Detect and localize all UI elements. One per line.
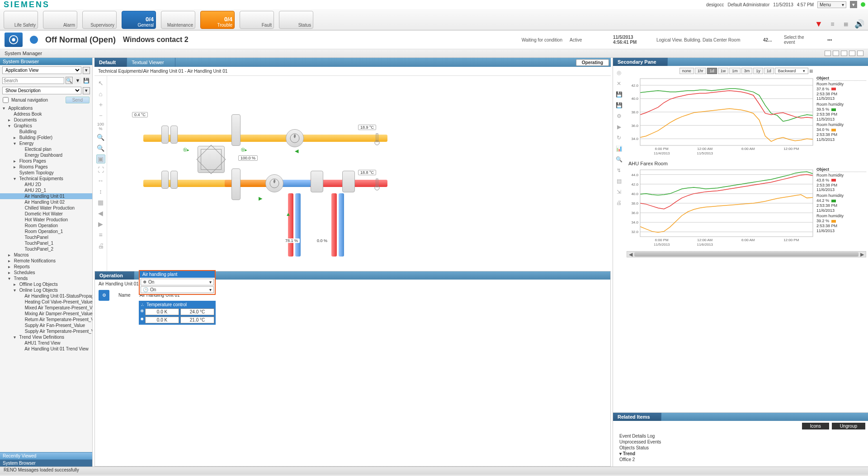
chart-icon[interactable]: 📊 (615, 145, 623, 153)
description-select[interactable]: Show Description (2, 87, 81, 94)
fullscreen-icon[interactable]: ⛶ (96, 165, 105, 174)
tab-operation[interactable]: Operation (95, 271, 134, 280)
tree-node[interactable]: Address Book (0, 111, 92, 117)
category-trouble[interactable]: 0/4Trouble (200, 11, 235, 29)
select-event-label[interactable]: Select theevent (784, 35, 820, 45)
scroll-left-icon[interactable]: ◀ (628, 252, 633, 257)
related-item[interactable]: ▾ Trend (619, 451, 862, 457)
layout-icon[interactable]: ▦ (841, 19, 851, 29)
tree-node[interactable]: Air Handling Unit 01-StatusPropagation (0, 293, 92, 299)
nav-tree[interactable]: Applications Address Book Documents Grap… (0, 104, 92, 452)
tab-default[interactable]: Default (94, 58, 127, 67)
tree-node[interactable]: Offline Log Objects (0, 281, 92, 287)
temperature-control-panel[interactable]: ⛬Temperature control ❄ 0.0 K 24.0 °C ✸ 0… (139, 301, 216, 325)
category-fault[interactable]: Fault (240, 11, 274, 29)
tree-node[interactable]: Energy (0, 140, 92, 146)
tree-node[interactable]: System Topology (0, 170, 92, 176)
tree-node[interactable]: Mixed Air Temperature-Present_Value (0, 305, 92, 311)
zoom-fit-icon[interactable]: 🔍 (96, 133, 105, 142)
tree-node[interactable]: Supply Air Fan-Present_Value (0, 322, 92, 328)
search-icon[interactable]: 🔍 (66, 77, 73, 84)
desc-expand-icon[interactable]: ▾ (83, 87, 90, 94)
target-icon[interactable]: ◎ (615, 69, 623, 77)
tree-node[interactable]: Room Operation_1 (0, 229, 92, 234)
hvac-diagram[interactable]: 0.4 °C 18.9 °C 18.8 °C 100.0 % 78.1 % 0.… (107, 76, 611, 271)
category-maintenance[interactable]: Maintenance (161, 11, 195, 29)
tree-node[interactable]: Air Handling Unit 02 (0, 199, 92, 205)
tab-textual-viewer[interactable]: Textual Viewer (127, 58, 175, 67)
tree-node[interactable]: Schedules (0, 270, 92, 275)
time-filter-1m[interactable]: 1m (729, 68, 741, 74)
tree-node[interactable]: Hot Water Production (0, 217, 92, 223)
category-status[interactable]: Status (279, 11, 313, 29)
send-button[interactable]: Send (66, 97, 90, 103)
time-filter-1hr[interactable]: 1hr (695, 68, 706, 74)
category-supervisory[interactable]: Supervisory (82, 11, 117, 29)
list-icon[interactable]: ≣ (827, 19, 837, 29)
filter-tree-icon[interactable]: ▼ (74, 77, 81, 84)
zoom-in-icon[interactable]: 🔍 (615, 155, 623, 163)
print-icon[interactable]: 🖨 (615, 199, 623, 207)
air-handling-plant-panel[interactable]: Air handling plant ❄On▾ 🕒On▾ (139, 270, 216, 295)
view-select[interactable]: Application View (2, 66, 81, 74)
tree-node[interactable]: Electical plan (0, 146, 92, 152)
nav-right-icon[interactable]: ▶ (96, 219, 105, 229)
related-item[interactable]: Event Details Log (619, 433, 862, 439)
tree-node[interactable]: Energy Dashboard (0, 152, 92, 158)
tree-node[interactable]: Air Handling Unit 01 (0, 193, 92, 199)
tree-node[interactable]: TouchPanel_1 (0, 240, 92, 246)
tree-node[interactable]: Heating Coil Valve-Present_Value (0, 299, 92, 305)
print-icon[interactable]: 🖨 (96, 241, 105, 250)
tree-node[interactable]: Air Handling Unit 01 Trend View (0, 346, 92, 352)
tab-system-browser[interactable]: System Browser (0, 459, 92, 467)
related-item[interactable]: Office 2 (619, 457, 862, 462)
return-fan[interactable] (286, 129, 304, 147)
close-icon[interactable]: ✕ (615, 79, 623, 88)
icons-button[interactable]: Icons (802, 423, 829, 429)
fit-width-icon[interactable]: ↔ (96, 176, 105, 185)
save-as-icon[interactable]: 💾 (615, 101, 623, 109)
tree-node[interactable]: Chilled Water Production (0, 205, 92, 211)
tree-node[interactable]: Technical Equipments (0, 176, 92, 182)
more-icon[interactable]: ••• (827, 37, 863, 42)
related-item[interactable]: Objects Status (619, 445, 862, 451)
zoom-in-icon[interactable]: ＋ (96, 100, 105, 109)
filter-icon[interactable]: ▼ (814, 19, 824, 29)
tree-node[interactable]: Online Log Objects (0, 287, 92, 293)
stats-icon[interactable]: ↯ (615, 166, 623, 174)
time-filter-1d[interactable]: 1d (707, 68, 717, 74)
fit-height-icon[interactable]: ↕ (96, 187, 105, 196)
tree-node[interactable]: Building (Folder) (0, 135, 92, 140)
zoom-out-icon[interactable]: － (96, 111, 105, 120)
time-filter-1w[interactable]: 1w (718, 68, 729, 74)
trend-scrollbar[interactable]: ◀ ▶ (627, 251, 866, 257)
related-list[interactable]: Event Details LogUnprocessed EventsObjec… (613, 431, 868, 464)
ungroup-button[interactable]: Ungroup (832, 423, 865, 429)
category-life-safety[interactable]: Life Safety (4, 11, 38, 29)
tab-recently-viewed[interactable]: Recently Viewed (0, 452, 92, 459)
layers-icon[interactable]: ≡ (96, 230, 105, 239)
time-filter-none[interactable]: none (679, 68, 694, 74)
tree-node[interactable]: Dometic Hot Water (0, 211, 92, 217)
tree-node[interactable]: Documents (0, 117, 92, 123)
refresh-icon[interactable]: ↻ (615, 134, 623, 142)
tree-node[interactable]: Graphics (0, 123, 92, 129)
tree-node[interactable]: Remote Notifications (0, 258, 92, 264)
save-filter-icon[interactable]: 💾 (83, 77, 90, 84)
category-alarm[interactable]: Alarm (43, 11, 77, 29)
tree-node[interactable]: Buildling (0, 129, 92, 135)
tree-node[interactable]: Return Air Temperature-Present_Value (0, 317, 92, 322)
grid-icon[interactable]: ▦ (96, 198, 105, 207)
time-filter-1y[interactable]: 1y (753, 68, 763, 74)
tree-node[interactable]: Floors Pages (0, 158, 92, 164)
supply-fan[interactable] (265, 174, 283, 192)
tree-node[interactable]: TouchPanel (0, 234, 92, 240)
dropdown-icon[interactable]: ▾ (850, 1, 857, 8)
time-filter-1d[interactable]: 1d (764, 68, 774, 74)
export-icon[interactable]: ⇲ (615, 188, 623, 196)
tree-node[interactable]: Mixing Air Damper-Present_Value (0, 311, 92, 317)
nav-left-icon[interactable]: ◀ (96, 209, 105, 218)
heat-exchanger[interactable] (198, 146, 225, 173)
manual-nav-checkbox[interactable] (3, 97, 9, 103)
direction-dropdown[interactable]: Backward▾ (775, 68, 809, 74)
